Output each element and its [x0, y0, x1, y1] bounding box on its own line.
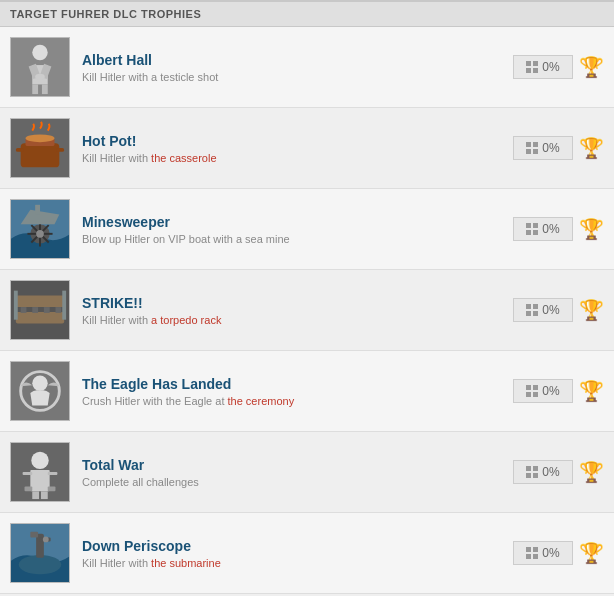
svg-rect-23 — [16, 296, 64, 308]
trophy-name: Albert Hall — [82, 52, 513, 68]
svg-rect-25 — [21, 307, 27, 313]
percent-badge: 0% — [513, 298, 573, 322]
trophy-desc: Kill Hitler with the submarine — [82, 557, 513, 569]
svg-rect-12 — [56, 148, 64, 152]
trophy-right: 0% 🏆 — [513, 460, 604, 484]
grid-icon — [526, 385, 538, 397]
svg-rect-46 — [30, 532, 38, 538]
svg-point-7 — [35, 74, 45, 80]
trophy-cup-icon: 🏆 — [579, 136, 604, 160]
svg-rect-37 — [23, 472, 33, 475]
svg-rect-42 — [48, 487, 56, 492]
trophy-right: 0% 🏆 — [513, 541, 604, 565]
svg-point-20 — [36, 230, 44, 238]
svg-rect-21 — [35, 205, 40, 215]
svg-point-1 — [32, 45, 47, 60]
percent-badge: 0% — [513, 55, 573, 79]
percent-value: 0% — [542, 222, 559, 236]
trophy-image-eagle — [10, 361, 70, 421]
trophy-right: 0% 🏆 — [513, 298, 604, 322]
percent-badge: 0% — [513, 136, 573, 160]
grid-icon — [526, 223, 538, 235]
trophy-name: Down Periscope — [82, 538, 513, 554]
percent-value: 0% — [542, 60, 559, 74]
trophy-name: Minesweeper — [82, 214, 513, 230]
table-row: The Eagle Has Landed Crush Hitler with t… — [0, 351, 614, 432]
svg-rect-27 — [44, 307, 50, 313]
svg-rect-26 — [32, 307, 38, 313]
trophy-desc: Crush Hitler with the Eagle at the cerem… — [82, 395, 513, 407]
trophy-info-albert-hall: Albert Hall Kill Hitler with a testicle … — [82, 52, 513, 83]
table-row: Down Periscope Kill Hitler with the subm… — [0, 513, 614, 594]
trophy-name: STRIKE!! — [82, 295, 513, 311]
grid-icon — [526, 142, 538, 154]
trophy-image-strike — [10, 280, 70, 340]
trophy-info-minesweeper: Minesweeper Blow up Hitler on VIP boat w… — [82, 214, 513, 245]
percent-badge: 0% — [513, 460, 573, 484]
svg-rect-11 — [16, 148, 24, 152]
trophy-right: 0% 🏆 — [513, 55, 604, 79]
trophy-image-total-war — [10, 442, 70, 502]
trophy-cup-icon: 🏆 — [579, 55, 604, 79]
table-row: Hot Pot! Kill Hitler with the casserole … — [0, 108, 614, 189]
trophy-name: Hot Pot! — [82, 133, 513, 149]
svg-rect-9 — [21, 143, 60, 167]
trophy-cup-icon: 🏆 — [579, 541, 604, 565]
svg-point-33 — [32, 376, 47, 391]
svg-point-44 — [19, 555, 62, 574]
svg-point-35 — [31, 452, 48, 469]
trophy-list: Albert Hall Kill Hitler with a testicle … — [0, 27, 614, 596]
svg-rect-30 — [62, 291, 66, 320]
trophy-cup-icon: 🏆 — [579, 298, 604, 322]
trophy-image-albert-hall — [10, 37, 70, 97]
grid-icon — [526, 547, 538, 559]
table-row: STRIKE!! Kill Hitler with a torpedo rack… — [0, 270, 614, 351]
trophy-desc: Kill Hitler with a testicle shot — [82, 71, 513, 83]
percent-value: 0% — [542, 546, 559, 560]
svg-rect-29 — [14, 291, 18, 320]
section-title: TARGET FUHRER DLC TROPHIES — [0, 0, 614, 27]
percent-value: 0% — [542, 303, 559, 317]
svg-rect-40 — [41, 491, 48, 499]
trophy-info-hot-pot: Hot Pot! Kill Hitler with the casserole — [82, 133, 513, 164]
trophy-cup-icon: 🏆 — [579, 460, 604, 484]
trophy-right: 0% 🏆 — [513, 136, 604, 160]
grid-icon — [526, 304, 538, 316]
trophy-desc: Kill Hitler with a torpedo rack — [82, 314, 513, 326]
svg-rect-28 — [55, 307, 61, 313]
svg-rect-24 — [16, 312, 64, 324]
trophy-info-strike: STRIKE!! Kill Hitler with a torpedo rack — [82, 295, 513, 326]
grid-icon — [526, 61, 538, 73]
grid-icon — [526, 466, 538, 478]
svg-rect-41 — [25, 487, 33, 492]
table-row: Total War Complete all challenges 0% 🏆 — [0, 432, 614, 513]
percent-badge: 0% — [513, 541, 573, 565]
percent-badge: 0% — [513, 379, 573, 403]
trophy-desc: Blow up Hitler on VIP boat with a sea mi… — [82, 233, 513, 245]
trophy-cup-icon: 🏆 — [579, 379, 604, 403]
trophy-desc: Complete all challenges — [82, 476, 513, 488]
percent-value: 0% — [542, 141, 559, 155]
trophy-cup-icon: 🏆 — [579, 217, 604, 241]
svg-rect-6 — [42, 84, 48, 94]
trophy-right: 0% 🏆 — [513, 379, 604, 403]
trophy-right: 0% 🏆 — [513, 217, 604, 241]
svg-rect-36 — [30, 470, 49, 491]
trophy-info-periscope: Down Periscope Kill Hitler with the subm… — [82, 538, 513, 569]
trophy-info-eagle: The Eagle Has Landed Crush Hitler with t… — [82, 376, 513, 407]
trophy-name: Total War — [82, 457, 513, 473]
trophy-info-total-war: Total War Complete all challenges — [82, 457, 513, 488]
trophy-desc: Kill Hitler with the casserole — [82, 152, 513, 164]
trophy-image-minesweeper — [10, 199, 70, 259]
svg-rect-39 — [32, 491, 39, 499]
table-row: Albert Hall Kill Hitler with a testicle … — [0, 27, 614, 108]
svg-point-48 — [43, 537, 49, 543]
svg-point-13 — [26, 134, 55, 142]
svg-rect-5 — [32, 84, 38, 94]
percent-badge: 0% — [513, 217, 573, 241]
trophy-name: The Eagle Has Landed — [82, 376, 513, 392]
trophy-image-hot-pot — [10, 118, 70, 178]
table-row: Minesweeper Blow up Hitler on VIP boat w… — [0, 189, 614, 270]
trophy-image-periscope — [10, 523, 70, 583]
percent-value: 0% — [542, 384, 559, 398]
